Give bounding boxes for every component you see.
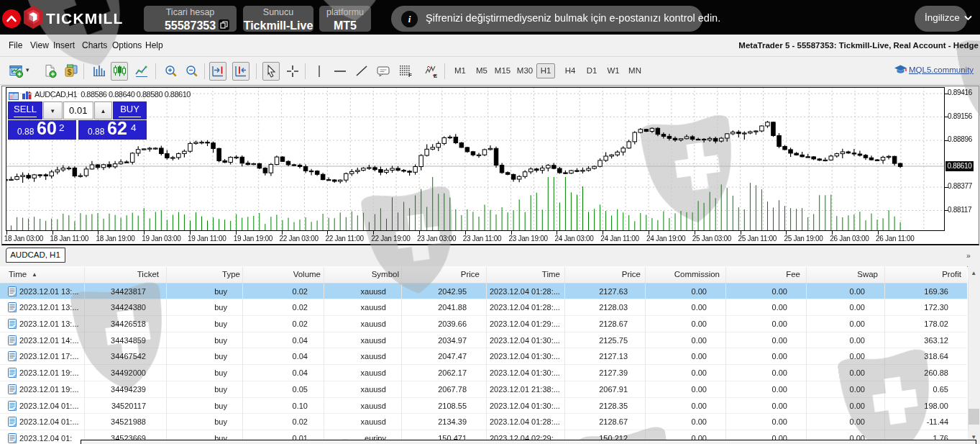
svg-text:$: $ [67,68,71,76]
svg-text:F: F [408,72,412,78]
svg-text:E: E [434,73,438,78]
